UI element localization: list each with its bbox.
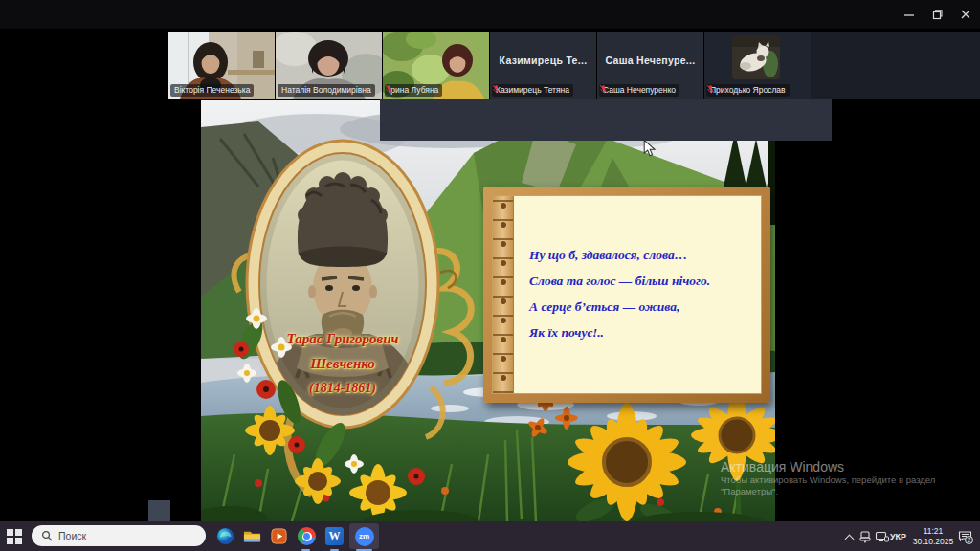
zoom-glyph: zm	[359, 532, 369, 540]
zoom-app-icon: zm	[355, 527, 374, 546]
parchment-ornament	[493, 196, 514, 393]
participant-name-tag: Саша Нечепуренко	[599, 84, 679, 97]
poem-line: Ну що б, здавалося, слова…	[529, 242, 753, 268]
windows-logo-icon	[7, 529, 13, 536]
portrait-years: (1814-1861)	[247, 376, 438, 401]
participant-center-name: Саша Нечепуре...	[597, 55, 703, 66]
poem-parchment: Ну що б, здавалося, слова… Слова та голо…	[483, 187, 770, 403]
participant-name-tag: Наталія Володимирівна	[278, 84, 375, 97]
chrome-running-indicator	[301, 549, 310, 551]
participant-center-name: Казимирець Те...	[490, 55, 596, 66]
muted-mic-icon	[385, 84, 393, 94]
muted-mic-icon	[706, 84, 715, 94]
participant-name: Казимирець Тетяна	[496, 85, 569, 96]
muted-mic-icon	[599, 84, 608, 94]
search-icon	[41, 530, 53, 541]
word-glyph: W	[329, 529, 341, 543]
search-input[interactable]	[58, 530, 183, 541]
window-titlebar	[0, 0, 980, 29]
participant-name: Наталія Володимирівна	[281, 85, 371, 96]
notification-badge: 2	[965, 536, 973, 544]
participant-name-tag: Вікторія Печенезька	[170, 84, 254, 97]
zoom-running-indicator	[356, 549, 372, 551]
cat-avatar	[732, 35, 780, 79]
tray-chevron-icon[interactable]	[845, 535, 855, 544]
portrait-name-line1: Тарас Григорович	[247, 326, 438, 351]
participant-tile-viktoria[interactable]: Вікторія Печенезька	[168, 32, 275, 99]
shared-slide: Ну що б, здавалося, слова… Слова та голо…	[201, 100, 775, 521]
file-explorer-icon[interactable]	[243, 527, 261, 545]
participant-name: Приходько Ярослав	[710, 85, 786, 96]
windows-taskbar: W zm УКР 11:21 30.10.2025	[0, 521, 980, 551]
participant-tile-iryna[interactable]: Ірина Лубяна	[383, 32, 489, 99]
portrait-name-line2: Шевченко	[247, 351, 438, 376]
participant-name-tag: Приходько Ярослав	[706, 84, 790, 97]
participant-name-tag: Казимирець Тетяна	[492, 84, 573, 97]
poem-text: Ну що б, здавалося, слова… Слова та голо…	[529, 242, 753, 345]
start-button[interactable]	[6, 528, 23, 544]
tray-time: 11:21	[912, 526, 954, 537]
share-top-overlay	[380, 99, 832, 141]
tray-device-icon[interactable]	[858, 530, 872, 543]
chrome-icon[interactable]	[298, 527, 316, 545]
minimize-icon	[903, 9, 915, 20]
notification-center-button[interactable]: 2	[958, 529, 972, 546]
poem-line: Як їх почує!..	[529, 320, 753, 345]
minimize-button[interactable]	[901, 6, 918, 23]
participant-tile-kazymyrets[interactable]: Казимирець Те... Казимирець Тетяна	[490, 32, 596, 99]
video-strip-spacer	[811, 32, 980, 99]
portrait-caption: Тарас Григорович Шевченко (1814-1861)	[247, 326, 438, 401]
taskbar-search[interactable]	[32, 525, 206, 546]
participant-name: Саша Нечепуренко	[603, 85, 676, 96]
share-corner-fragment	[148, 500, 170, 521]
participant-name-tag: Ірина Лубяна	[385, 84, 442, 97]
close-button[interactable]	[957, 6, 974, 23]
mouse-cursor-icon	[643, 140, 657, 157]
word-icon[interactable]: W	[325, 527, 344, 545]
muted-mic-icon	[492, 84, 501, 94]
word-running-indicator	[330, 549, 339, 551]
tray-network-icon[interactable]	[875, 530, 889, 543]
language-indicator[interactable]: УКР	[890, 532, 906, 541]
participant-name: Вікторія Печенезька	[174, 85, 250, 96]
poem-line: А серце б’ється — ожива,	[529, 294, 753, 320]
participant-name: Ірина Лубяна	[389, 85, 438, 96]
clock[interactable]: 11:21 30.10.2025	[912, 526, 954, 546]
tray-date: 30.10.2025	[912, 537, 954, 547]
maximize-icon	[931, 9, 943, 20]
cat-photo	[732, 35, 780, 79]
zoom-app-button[interactable]: zm	[349, 523, 379, 549]
participant-tile-prykhodko[interactable]: Приходько Ярослав	[704, 32, 811, 99]
maximize-button[interactable]	[928, 6, 946, 23]
media-player-icon[interactable]	[270, 527, 288, 545]
close-icon	[960, 9, 971, 20]
poem-line: Слова та голос — більш нічого.	[529, 268, 753, 294]
participant-tile-sasha[interactable]: Саша Нечепуре... Саша Нечепуренко	[597, 32, 703, 99]
participant-tile-natalia[interactable]: Наталія Володимирівна	[276, 32, 382, 99]
parchment-paper: Ну що б, здавалося, слова… Слова та голо…	[492, 195, 762, 394]
zoom-meeting-window: Вікторія Печенезька Наталія Володимирівн…	[0, 0, 980, 551]
edge-icon[interactable]	[216, 527, 234, 545]
